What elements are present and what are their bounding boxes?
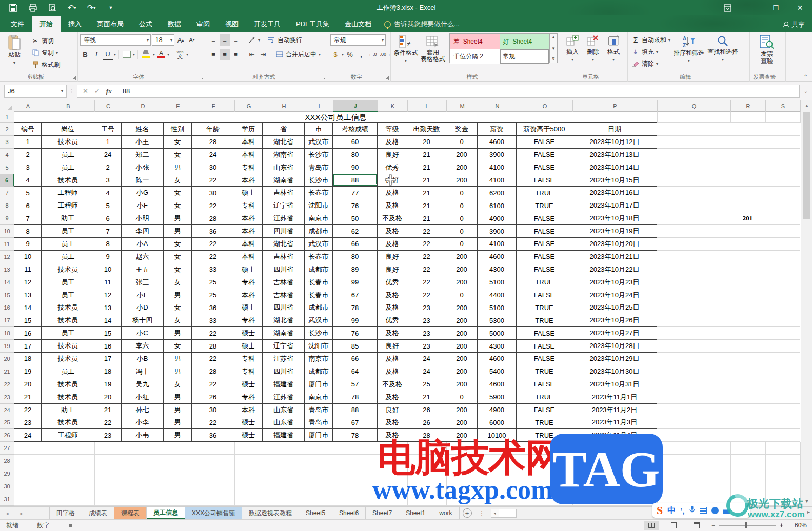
cell-F4[interactable]: 24 bbox=[192, 149, 234, 161]
cell-N6[interactable]: 4100 bbox=[478, 174, 517, 187]
cell-S9[interactable] bbox=[765, 212, 800, 225]
cell-K2[interactable]: 等级 bbox=[378, 122, 407, 136]
cell-R29[interactable] bbox=[731, 467, 766, 480]
cell-C31[interactable] bbox=[95, 493, 122, 506]
cell-P17[interactable]: 2023年10月26日 bbox=[572, 314, 657, 327]
cell-M17[interactable]: 200 bbox=[446, 314, 478, 327]
cell-F22[interactable]: 22 bbox=[192, 378, 234, 391]
cell-F25[interactable]: 22 bbox=[192, 416, 234, 429]
cell-Q4[interactable] bbox=[657, 149, 730, 161]
cell-B25[interactable]: 技术员 bbox=[42, 416, 94, 429]
row-header-26[interactable]: 26 bbox=[0, 429, 14, 442]
invoice-check-button[interactable]: 发票查验 bbox=[752, 33, 782, 65]
cell-G21[interactable]: 专科 bbox=[234, 365, 263, 378]
cell-K9[interactable]: 不及格 bbox=[378, 212, 407, 225]
cell-H8[interactable]: 辽宁省 bbox=[263, 199, 305, 212]
cell-N23[interactable]: 5900 bbox=[478, 391, 517, 404]
cell-O12[interactable]: FALSE bbox=[517, 251, 572, 263]
cell-S17[interactable] bbox=[765, 314, 800, 327]
cell-D11[interactable]: 小A bbox=[122, 238, 164, 251]
cell-I12[interactable]: 长春市 bbox=[305, 251, 333, 263]
sheet-tab-9[interactable]: Sheet1 bbox=[399, 507, 432, 519]
cell-N25[interactable]: 6000 bbox=[478, 416, 517, 429]
cell-D27[interactable] bbox=[122, 442, 164, 455]
cell-N12[interactable]: 4600 bbox=[478, 251, 517, 263]
comma-style-icon[interactable]: , bbox=[356, 49, 366, 60]
row-header-23[interactable]: 23 bbox=[0, 391, 14, 404]
cell-P5[interactable]: 2023年10月14日 bbox=[572, 161, 657, 174]
cell-Q14[interactable] bbox=[657, 276, 730, 289]
cell-A8[interactable]: 6 bbox=[14, 199, 42, 212]
cell-R25[interactable] bbox=[730, 416, 765, 429]
cell-P30[interactable] bbox=[573, 480, 658, 493]
cell-R20[interactable] bbox=[730, 353, 765, 365]
cell-A12[interactable]: 10 bbox=[14, 251, 42, 263]
cell-C4[interactable]: 24 bbox=[94, 149, 122, 161]
cell-O30[interactable] bbox=[517, 480, 573, 493]
cell-D19[interactable]: 李六 bbox=[122, 340, 164, 353]
macro-record-icon[interactable] bbox=[68, 523, 74, 528]
cell-D16[interactable]: 小D bbox=[122, 301, 164, 314]
cell-G8[interactable]: 专科 bbox=[234, 199, 263, 212]
cell-L31[interactable] bbox=[408, 493, 447, 506]
cell-K12[interactable]: 良好 bbox=[378, 251, 407, 263]
cell-A22[interactable]: 20 bbox=[14, 378, 42, 391]
cell-N19[interactable]: 4300 bbox=[478, 340, 517, 353]
cell-D2[interactable]: 姓名 bbox=[122, 122, 164, 136]
cell-Q30[interactable] bbox=[658, 480, 731, 493]
cell-A26[interactable]: 24 bbox=[14, 429, 42, 442]
column-header-K[interactable]: K bbox=[378, 100, 408, 112]
sheet-next-icon[interactable]: ▸ bbox=[14, 507, 29, 519]
cell-N7[interactable]: 6200 bbox=[478, 187, 517, 199]
cell-P25[interactable]: 2023年11月3日 bbox=[572, 416, 657, 429]
cell-J14[interactable]: 99 bbox=[333, 276, 378, 289]
cell-F26[interactable]: 36 bbox=[192, 429, 234, 442]
cell-R8[interactable] bbox=[730, 199, 765, 212]
row-header-7[interactable]: 7 bbox=[0, 187, 14, 199]
cell-S12[interactable] bbox=[765, 251, 800, 263]
cell-H2[interactable]: 省 bbox=[263, 122, 305, 136]
cell-K21[interactable]: 及格 bbox=[378, 365, 407, 378]
cell-C2[interactable]: 工号 bbox=[94, 122, 122, 136]
cell-O28[interactable] bbox=[517, 455, 573, 467]
cell-E26[interactable]: 男 bbox=[164, 429, 192, 442]
cell-B2[interactable]: 岗位 bbox=[42, 122, 94, 136]
cell-H14[interactable]: 吉林省 bbox=[263, 276, 305, 289]
cell-E6[interactable]: 女 bbox=[164, 174, 192, 187]
column-header-N[interactable]: N bbox=[478, 100, 517, 112]
cell-M30[interactable] bbox=[447, 480, 478, 493]
cell-E30[interactable] bbox=[164, 480, 192, 493]
cell-L17[interactable]: 23 bbox=[407, 314, 446, 327]
cell-P10[interactable]: 2023年10月19日 bbox=[572, 225, 657, 238]
cell-F10[interactable]: 36 bbox=[192, 225, 234, 238]
cell-F19[interactable]: 28 bbox=[192, 340, 234, 353]
cell-J7[interactable]: 77 bbox=[333, 187, 378, 199]
cell-O31[interactable] bbox=[517, 493, 573, 506]
cell-I28[interactable] bbox=[305, 455, 333, 467]
cell-R11[interactable] bbox=[730, 238, 765, 251]
cell-B27[interactable] bbox=[42, 442, 95, 455]
cell-A18[interactable]: 16 bbox=[14, 327, 42, 340]
cell-D26[interactable]: 小韦 bbox=[122, 429, 164, 442]
cell-K17[interactable]: 优秀 bbox=[378, 314, 407, 327]
font-dialog-launcher[interactable] bbox=[200, 76, 204, 80]
cell-O25[interactable]: TRUE bbox=[517, 416, 572, 429]
row-header-24[interactable]: 24 bbox=[0, 404, 14, 417]
borders-icon[interactable] bbox=[122, 49, 132, 60]
cell-S2[interactable] bbox=[765, 123, 800, 136]
cell-M16[interactable]: 200 bbox=[446, 301, 478, 314]
cell-E19[interactable]: 女 bbox=[164, 340, 192, 353]
cell-A16[interactable]: 14 bbox=[14, 301, 42, 314]
cell-R26[interactable] bbox=[730, 429, 765, 442]
cell-S8[interactable] bbox=[765, 199, 800, 212]
page-layout-view-icon[interactable] bbox=[666, 521, 682, 530]
cell-E14[interactable]: 女 bbox=[164, 276, 192, 289]
tell-me-box[interactable]: 告诉我您想要做什么... bbox=[379, 16, 465, 32]
enter-icon[interactable]: ✓ bbox=[94, 87, 100, 95]
cell-O2[interactable]: 薪资高于5000 bbox=[517, 122, 572, 136]
cell-B31[interactable] bbox=[42, 493, 95, 506]
cell-O3[interactable]: FALSE bbox=[517, 136, 572, 149]
cell-K16[interactable]: 及格 bbox=[378, 301, 407, 314]
cell-L24[interactable]: 26 bbox=[407, 404, 446, 417]
cell-O17[interactable]: TRUE bbox=[517, 314, 572, 327]
